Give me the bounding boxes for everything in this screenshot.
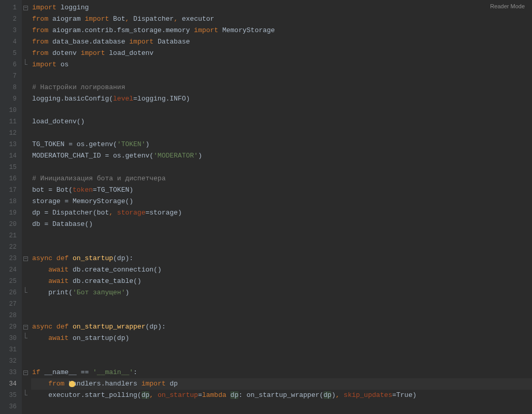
line-number-gutter: 1 2 3 4 5 6 7 8 9 10 11 12 13 14 15 16 1… bbox=[0, 0, 22, 414]
line-number[interactable]: 19 bbox=[0, 207, 22, 219]
line-number[interactable]: 21 bbox=[0, 230, 22, 241]
code-line[interactable]: async def on_startup(dp): bbox=[31, 253, 532, 264]
line-number[interactable]: 31 bbox=[0, 344, 22, 355]
line-number[interactable]: 13 bbox=[0, 139, 22, 150]
line-number[interactable]: 23 bbox=[0, 253, 22, 264]
line-number[interactable]: 4 bbox=[0, 36, 22, 48]
code-line[interactable]: print('Бот запущен') bbox=[31, 287, 532, 298]
line-number[interactable]: 17 bbox=[0, 184, 22, 196]
line-number[interactable]: 26 bbox=[0, 287, 22, 298]
code-line[interactable]: from aiogram.contrib.fsm_storage.memory … bbox=[31, 25, 532, 36]
line-number[interactable]: 6 bbox=[0, 59, 22, 70]
code-line[interactable]: # Инициализация бота и диспетчера bbox=[31, 173, 532, 184]
code-line[interactable]: from handlers.handlers import dp bbox=[31, 378, 532, 390]
code-line[interactable]: MODERATOR_CHAT_ID = os.getenv('MODERATOR… bbox=[31, 150, 532, 162]
fold-end-icon bbox=[22, 287, 31, 298]
fold-gutter bbox=[22, 0, 31, 414]
code-line[interactable] bbox=[31, 70, 532, 82]
line-number[interactable]: 16 bbox=[0, 173, 22, 184]
code-line[interactable] bbox=[31, 344, 532, 355]
code-line[interactable] bbox=[31, 230, 532, 241]
lightbulb-icon[interactable] bbox=[69, 381, 75, 387]
code-line[interactable]: import os bbox=[31, 59, 532, 70]
code-line[interactable]: async def on_startup_wrapper(dp): bbox=[31, 321, 532, 333]
code-line[interactable]: bot = Bot(token=TG_TOKEN) bbox=[31, 184, 532, 196]
code-line[interactable]: logging.basicConfig(level=logging.INFO) bbox=[31, 93, 532, 105]
code-line[interactable] bbox=[31, 355, 532, 367]
line-number[interactable]: 24 bbox=[0, 264, 22, 276]
fold-toggle-icon[interactable] bbox=[22, 321, 31, 333]
code-line[interactable]: db = Database() bbox=[31, 219, 532, 230]
code-editor[interactable]: 1 2 3 4 5 6 7 8 9 10 11 12 13 14 15 16 1… bbox=[0, 0, 532, 414]
code-line[interactable]: if __name__ == '__main__': bbox=[31, 367, 532, 378]
code-line[interactable] bbox=[31, 162, 532, 173]
line-number[interactable]: 2 bbox=[0, 13, 22, 25]
code-line[interactable]: from dotenv import load_dotenv bbox=[31, 48, 532, 59]
line-number[interactable]: 20 bbox=[0, 219, 22, 230]
fold-toggle-icon[interactable] bbox=[22, 2, 31, 13]
line-number[interactable]: 35 bbox=[0, 390, 22, 401]
line-number[interactable]: 29 bbox=[0, 321, 22, 333]
code-line[interactable]: dp = Dispatcher(bot, storage=storage) bbox=[31, 207, 532, 219]
code-line[interactable] bbox=[31, 401, 532, 412]
code-line[interactable]: # Настройки логирования bbox=[31, 82, 532, 93]
fold-end-icon bbox=[22, 333, 31, 344]
line-number[interactable]: 1 bbox=[0, 2, 22, 13]
code-line[interactable]: TG_TOKEN = os.getenv('TOKEN') bbox=[31, 139, 532, 150]
code-line[interactable] bbox=[31, 127, 532, 139]
code-line[interactable] bbox=[31, 241, 532, 253]
code-line[interactable] bbox=[31, 310, 532, 321]
fold-toggle-icon[interactable] bbox=[22, 367, 31, 378]
code-line[interactable]: await db.create_table() bbox=[31, 276, 532, 287]
line-number[interactable]: 7 bbox=[0, 70, 22, 82]
fold-end-icon bbox=[22, 390, 31, 401]
reader-mode-button[interactable]: Reader Mode bbox=[490, 3, 525, 9]
line-number[interactable]: 9 bbox=[0, 93, 22, 105]
code-line[interactable] bbox=[31, 105, 532, 116]
line-number[interactable]: 14 bbox=[0, 150, 22, 162]
line-number[interactable]: 33 bbox=[0, 367, 22, 378]
fold-toggle-icon[interactable] bbox=[22, 253, 31, 264]
line-number[interactable]: 18 bbox=[0, 196, 22, 207]
line-number[interactable]: 12 bbox=[0, 127, 22, 139]
line-number[interactable]: 34 bbox=[0, 378, 22, 390]
line-number[interactable]: 15 bbox=[0, 162, 22, 173]
code-line[interactable]: executor.start_polling(dp, on_startup=la… bbox=[31, 390, 532, 401]
line-number[interactable]: 3 bbox=[0, 25, 22, 36]
code-line[interactable]: import logging bbox=[31, 2, 532, 13]
code-line[interactable]: storage = MemoryStorage() bbox=[31, 196, 532, 207]
line-number[interactable]: 32 bbox=[0, 355, 22, 367]
line-number[interactable]: 36 bbox=[0, 401, 22, 412]
code-line[interactable]: await db.create_connection() bbox=[31, 264, 532, 276]
line-number[interactable]: 10 bbox=[0, 105, 22, 116]
line-number[interactable]: 5 bbox=[0, 48, 22, 59]
line-number[interactable]: 22 bbox=[0, 241, 22, 253]
line-number[interactable]: 30 bbox=[0, 333, 22, 344]
code-line[interactable]: load_dotenv() bbox=[31, 116, 532, 127]
line-number[interactable]: 11 bbox=[0, 116, 22, 127]
code-line[interactable]: await on_startup(dp) bbox=[31, 333, 532, 344]
code-line[interactable]: from data_base.database import Database bbox=[31, 36, 532, 48]
line-number[interactable]: 25 bbox=[0, 276, 22, 287]
code-line[interactable] bbox=[31, 298, 532, 310]
line-number[interactable]: 28 bbox=[0, 310, 22, 321]
code-line[interactable]: from aiogram import Bot, Dispatcher, exe… bbox=[31, 13, 532, 25]
code-content[interactable]: import logging from aiogram import Bot, … bbox=[31, 0, 532, 414]
fold-end-icon bbox=[22, 59, 31, 70]
line-number[interactable]: 8 bbox=[0, 82, 22, 93]
line-number[interactable]: 27 bbox=[0, 298, 22, 310]
